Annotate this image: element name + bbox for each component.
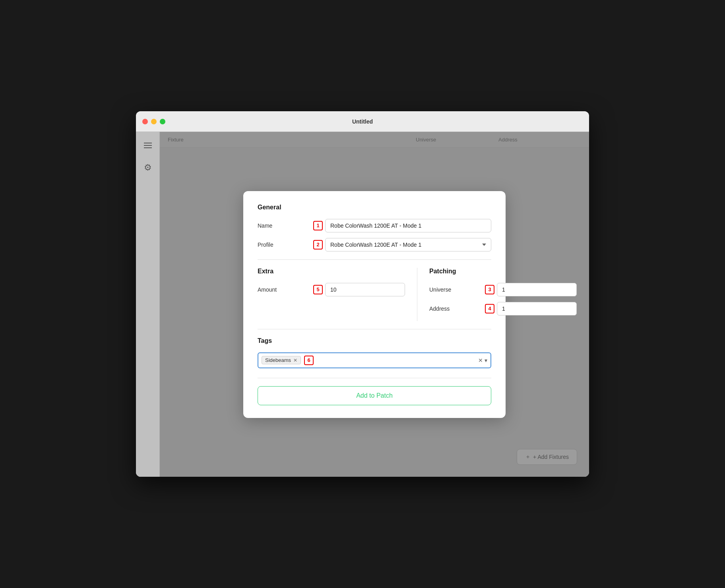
tags-input-container[interactable]: Sidebeams ✕ 6 ✕ ▾: [258, 352, 491, 368]
tags-badge-wrapper: 6: [304, 356, 316, 365]
address-row: Address 4: [429, 302, 577, 315]
app-body: ⚙ Fixture Universe Address ＋ + Add Fixtu…: [136, 132, 589, 477]
close-button[interactable]: [142, 119, 148, 124]
profile-badge: 2: [313, 240, 323, 250]
tag-chip: Sidebeams ✕: [262, 356, 301, 364]
sidebar: ⚙: [136, 132, 160, 477]
tags-section: Tags Sidebeams ✕ 6 ✕ ▾: [258, 337, 491, 368]
amount-row: Amount 5: [258, 283, 405, 296]
tag-remove-button[interactable]: ✕: [293, 358, 297, 363]
profile-select[interactable]: Robe ColorWash 1200E AT - Mode 1: [325, 238, 491, 251]
tag-label: Sidebeams: [265, 357, 291, 363]
address-label: Address: [429, 306, 485, 312]
extra-section-title: Extra: [258, 268, 405, 275]
patching-section-title: Patching: [429, 268, 577, 275]
tags-clear-icon[interactable]: ✕: [478, 357, 483, 364]
universe-label: Universe: [429, 286, 485, 293]
profile-label: Profile: [258, 242, 313, 248]
universe-row: Universe 3: [429, 283, 577, 296]
name-badge: 1: [313, 221, 323, 230]
settings-icon[interactable]: ⚙: [141, 161, 155, 175]
add-to-patch-label: Add to Patch: [356, 392, 393, 399]
general-section-title: General: [258, 204, 491, 211]
hamburger-icon: [144, 143, 152, 148]
main-content: Fixture Universe Address ＋ + Add Fixture…: [160, 132, 589, 477]
profile-row: Profile 2 Robe ColorWash 1200E AT - Mode…: [258, 238, 491, 251]
name-input[interactable]: [325, 219, 491, 232]
section-divider-2: [258, 329, 491, 329]
modal-overlay: General Name 1 Profile 2 Rob: [160, 132, 589, 477]
address-input-wrapper: 4: [485, 302, 577, 315]
universe-badge: 3: [485, 285, 494, 294]
section-divider-1: [258, 259, 491, 260]
section-divider-3: [258, 378, 491, 378]
modal-dialog: General Name 1 Profile 2 Rob: [243, 191, 506, 418]
tags-badge: 6: [304, 356, 314, 365]
maximize-button[interactable]: [160, 119, 165, 124]
title-bar: Untitled: [136, 111, 589, 132]
universe-input-wrapper: 3: [485, 283, 577, 296]
tags-section-title: Tags: [258, 337, 491, 344]
amount-badge: 5: [313, 285, 323, 294]
profile-input-wrapper: 2 Robe ColorWash 1200E AT - Mode 1: [313, 238, 491, 251]
window-title: Untitled: [352, 118, 373, 125]
menu-icon[interactable]: [141, 138, 155, 153]
universe-input[interactable]: [497, 283, 577, 296]
tags-right-controls: ✕ ▾: [478, 357, 487, 364]
address-badge: 4: [485, 304, 494, 313]
name-row: Name 1: [258, 219, 491, 232]
add-to-patch-button[interactable]: Add to Patch: [258, 386, 491, 405]
traffic-lights: [142, 119, 165, 124]
amount-input-wrapper: 5: [313, 283, 405, 296]
minimize-button[interactable]: [151, 119, 157, 124]
patching-column: Patching Universe 3 Address: [417, 268, 577, 321]
amount-label: Amount: [258, 286, 313, 293]
name-input-wrapper: 1: [313, 219, 491, 232]
name-label: Name: [258, 222, 313, 229]
amount-input[interactable]: [325, 283, 405, 296]
address-input[interactable]: [497, 302, 577, 315]
app-window: Untitled ⚙ Fixture Universe Address: [136, 111, 589, 477]
extra-patching-section: Extra Amount 5 Patching: [258, 268, 491, 321]
extra-column: Extra Amount 5: [258, 268, 417, 321]
tags-dropdown-icon[interactable]: ▾: [485, 357, 487, 364]
